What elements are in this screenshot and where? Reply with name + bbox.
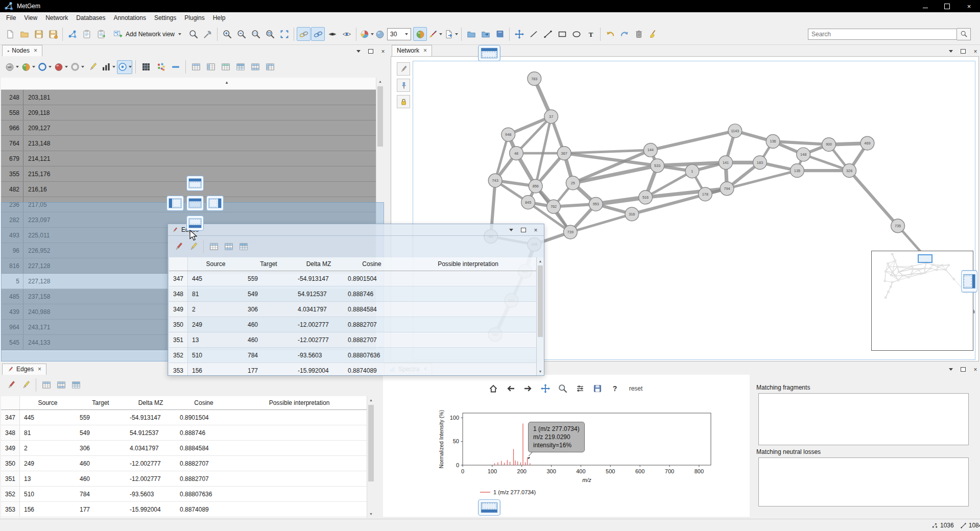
edit-edges-button[interactable] xyxy=(172,240,185,254)
open-views-folder-button[interactable] xyxy=(464,27,478,41)
table-row[interactable]: 34923064.03417970.8884584 xyxy=(169,302,536,317)
zoom-out-button[interactable] xyxy=(234,27,248,41)
tab-close-icon[interactable]: × xyxy=(38,366,41,373)
column-header[interactable]: Source xyxy=(188,257,244,271)
dock-indicator-edge-bottom[interactable] xyxy=(478,499,500,516)
table-row[interactable]: 764213,148 xyxy=(1,136,376,151)
save-project-as-button[interactable] xyxy=(46,27,60,41)
menu-view[interactable]: View xyxy=(20,13,41,23)
dock-close-button[interactable]: × xyxy=(532,226,540,234)
highlight-selection-button[interactable] xyxy=(86,60,100,74)
column-header[interactable]: Possible interpretation xyxy=(232,396,367,409)
table-view-a-button[interactable] xyxy=(207,240,221,254)
search-input[interactable] xyxy=(808,29,957,40)
edges-table-scrollbar[interactable]: ▲ ▼ xyxy=(367,396,375,518)
table-view-b-button[interactable] xyxy=(222,240,235,254)
dock-indicator-bottom[interactable] xyxy=(186,215,204,231)
table-row[interactable]: 558209,118 xyxy=(1,105,376,120)
help-button[interactable]: ? xyxy=(608,382,622,396)
table-row[interactable]: 34923064.03417970.8884584 xyxy=(1,441,367,456)
plot-settings-button[interactable] xyxy=(573,382,587,396)
table-row[interactable]: 350249460-12.0027770.8882707 xyxy=(169,317,536,332)
spheres-toggle-button[interactable] xyxy=(413,27,427,41)
column-header[interactable]: Delta MZ xyxy=(126,396,176,409)
column-header[interactable]: Cosine xyxy=(344,257,400,271)
tab-close-icon[interactable]: × xyxy=(34,47,37,54)
dock-close-button[interactable]: × xyxy=(971,47,979,55)
scroll-down-icon[interactable]: ▼ xyxy=(367,510,375,518)
table-view-b-button[interactable] xyxy=(54,378,68,392)
tab-close-icon[interactable]: × xyxy=(423,47,427,54)
table-row[interactable]: 248203,181 xyxy=(1,90,376,105)
floating-table-scrollbar[interactable]: ▲ ▼ xyxy=(536,257,544,375)
matching-fragments-box[interactable] xyxy=(758,393,969,445)
table-row[interactable]: 347445559-54.9131470.8901504 xyxy=(169,271,536,286)
lock-view-button[interactable] xyxy=(397,95,410,108)
table-row[interactable]: 352510784-93.56030.88807636 xyxy=(1,487,367,502)
draw-rectangle-button[interactable] xyxy=(555,27,569,41)
scroll-up-icon[interactable]: ▲ xyxy=(537,257,544,265)
table-freeze-column-button[interactable] xyxy=(204,60,218,74)
column-header[interactable]: Cosine xyxy=(176,396,232,409)
tab-nodes[interactable]: ● Nodes × xyxy=(2,45,42,56)
menu-plugins[interactable]: Plugins xyxy=(180,13,208,23)
draw-text-button[interactable]: T xyxy=(584,27,597,41)
dock-menu-button[interactable] xyxy=(947,47,955,55)
table-row[interactable]: 679214,121 xyxy=(1,151,376,166)
pin-view-button[interactable] xyxy=(397,79,410,92)
open-project-button[interactable] xyxy=(17,27,31,41)
reset-button[interactable]: reset xyxy=(626,381,647,396)
column-header[interactable]: Possible interpretation xyxy=(400,257,536,271)
menu-file[interactable]: File xyxy=(2,13,20,23)
column-header[interactable]: Delta MZ xyxy=(294,257,344,271)
scroll-down-icon[interactable]: ▼ xyxy=(537,368,544,375)
dock-indicator-top[interactable] xyxy=(186,176,204,191)
node-highlight-color-button[interactable] xyxy=(53,60,68,74)
collapse-rows-button[interactable] xyxy=(169,60,182,74)
home-view-button[interactable] xyxy=(487,382,500,396)
dock-menu-button[interactable] xyxy=(947,366,955,373)
clear-annotations-button[interactable] xyxy=(646,27,660,41)
dock-float-button[interactable] xyxy=(367,47,375,55)
tab-network[interactable]: Network × xyxy=(392,45,432,56)
table-band-view-button[interactable] xyxy=(248,60,262,74)
dock-menu-button[interactable] xyxy=(507,226,515,234)
pan-tool-button[interactable] xyxy=(512,27,526,41)
scrollbar-thumb[interactable] xyxy=(368,405,374,481)
dock-float-button[interactable] xyxy=(959,366,967,373)
nodes-table-header[interactable]: ▲ xyxy=(1,78,376,90)
node-size-combobox[interactable]: 30 xyxy=(387,28,411,40)
search-button[interactable] xyxy=(957,28,971,40)
draw-ellipse-button[interactable] xyxy=(569,27,583,41)
zoom-to-fit-button[interactable] xyxy=(263,27,277,41)
node-shrink-button[interactable] xyxy=(4,60,19,74)
draw-line-button[interactable] xyxy=(527,27,540,41)
show-isolated-nodes-button[interactable] xyxy=(340,27,353,41)
back-button[interactable] xyxy=(504,382,518,396)
zoom-1-1-button[interactable]: 1:1 xyxy=(249,27,262,41)
link-selection-button[interactable] xyxy=(297,27,310,41)
table-row[interactable]: 3488154954.9125370.888746 xyxy=(169,286,536,302)
import-metadata-button[interactable] xyxy=(80,27,93,41)
matching-neutral-losses-box[interactable] xyxy=(758,457,969,506)
size-mapping-button[interactable] xyxy=(117,60,132,74)
dock-indicator-edge-right[interactable] xyxy=(961,270,977,293)
edit-edges-button[interactable] xyxy=(4,378,18,392)
maximize-button[interactable] xyxy=(936,0,958,12)
metadata-workbook-button[interactable] xyxy=(493,27,507,41)
column-header[interactable]: Source xyxy=(20,396,76,409)
minimap-viewport[interactable] xyxy=(918,254,933,263)
scrollbar-thumb[interactable] xyxy=(538,266,543,337)
export-image-button[interactable] xyxy=(443,27,459,41)
darts-mapping-button[interactable] xyxy=(427,27,443,41)
generate-network-button[interactable] xyxy=(65,27,79,41)
table-row[interactable]: 966209,127 xyxy=(1,120,376,136)
zoom-region-button[interactable] xyxy=(556,382,570,396)
dock-indicator-right[interactable] xyxy=(206,196,224,211)
forward-button[interactable] xyxy=(521,382,535,396)
scroll-up-icon[interactable]: ▲ xyxy=(376,78,384,85)
heatmap-view-button[interactable] xyxy=(139,60,153,74)
node-ring-mapping-button[interactable] xyxy=(37,60,52,74)
fullscreen-button[interactable] xyxy=(277,27,291,41)
edit-annotations-button[interactable] xyxy=(397,62,410,76)
